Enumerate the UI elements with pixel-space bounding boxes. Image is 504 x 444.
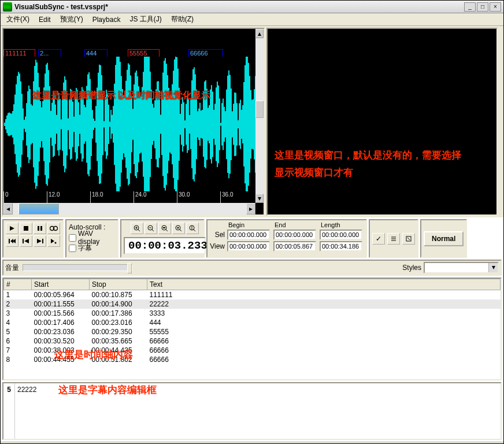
ruler-tick: 18.0: [90, 191, 134, 203]
scroll-up-icon[interactable]: ▴: [255, 29, 264, 38]
sel-begin-field[interactable]: [227, 230, 270, 240]
menu-y[interactable]: 预览(Y): [57, 13, 87, 25]
length-header: Length: [320, 221, 365, 228]
video-annotation-2: 显示视频窗口才有: [275, 165, 353, 180]
svg-line-257: [407, 238, 410, 240]
zoom-out-button[interactable]: [144, 223, 157, 234]
view-begin-field[interactable]: [227, 241, 270, 251]
svg-rect-228: [9, 239, 10, 243]
app-icon: [3, 2, 12, 12]
stop-button[interactable]: [20, 223, 32, 234]
prev-sub-button[interactable]: [6, 235, 18, 247]
scroll-right-icon[interactable]: ▸: [246, 203, 255, 214]
zoom-in-button[interactable]: [131, 223, 143, 234]
menu-x[interactable]: 文件(X): [3, 13, 33, 25]
view-end-field[interactable]: [273, 241, 316, 251]
svg-line-248: [180, 230, 181, 231]
play-selection-button[interactable]: [47, 235, 60, 247]
sel-label: Sel: [209, 231, 226, 239]
editor-annotation: 这里是字幕内容编辑框: [58, 383, 157, 397]
display-options: Auto-scroll : WAV display 字幕: [65, 219, 118, 258]
play-button[interactable]: [6, 223, 18, 234]
normal-mode-button[interactable]: Normal: [424, 231, 464, 246]
loop-button[interactable]: [47, 223, 60, 234]
slider-thumb[interactable]: [127, 263, 132, 273]
svg-rect-231: [23, 239, 24, 243]
menu-z[interactable]: 帮助(Z): [168, 13, 197, 25]
pause-button[interactable]: [34, 223, 46, 234]
col-start[interactable]: Start: [32, 279, 90, 290]
title-bar: VisualSubSync - test.vssprj* _ □ ×: [1, 1, 503, 13]
window-title: VisualSubSync - test.vssprj*: [14, 3, 464, 11]
close-button[interactable]: ×: [490, 2, 501, 12]
begin-header: Begin: [227, 221, 272, 228]
edit-line-number: 5: [3, 383, 15, 439]
waveform-panel[interactable]: 1111112...4445555566666 这里是音频频谱显示 以及时间轴视…: [2, 28, 265, 216]
check-button[interactable]: ✓: [372, 233, 385, 245]
waveform-v-scrollbar[interactable]: ▴ ▾: [255, 29, 264, 203]
scroll-thumb[interactable]: [255, 101, 264, 118]
transport-controls: [2, 219, 64, 258]
menu-bar: 文件(X)Edit预览(Y)PlaybackJS 工具(J)帮助(Z): [1, 13, 503, 26]
video-panel[interactable]: 这里是视频窗口，默认是没有的，需要选择 显示视频窗口才有: [266, 28, 498, 216]
maximize-button[interactable]: □: [477, 2, 488, 12]
status-bar: Line: 1, Column: 1 | Total: 5, Char/s: 1: [1, 442, 503, 444]
table-row[interactable]: 500:00:23.03600:00:29.35055555: [4, 327, 501, 336]
prev-frame-button[interactable]: [20, 235, 32, 247]
sel-length-field[interactable]: [320, 230, 362, 240]
video-annotation-1: 这里是视频窗口，默认是没有的，需要选择: [275, 147, 461, 163]
ruler-tick: 30.0: [177, 191, 220, 203]
svg-line-242: [152, 230, 154, 231]
subtitle-editor: 5 这里是字幕内容编辑框: [2, 382, 502, 440]
zoom-selection-button[interactable]: [158, 223, 171, 234]
sel-end-field[interactable]: [273, 230, 316, 240]
svg-line-238: [138, 230, 140, 231]
list-annotation: 这里是时间轴内容: [54, 348, 133, 361]
table-row[interactable]: 300:00:15.56600:00:17.3863333: [4, 309, 501, 318]
svg-marker-222: [10, 226, 14, 231]
zoom-group: 00:00:03.233: [120, 219, 205, 258]
table-row[interactable]: 400:00:17.40600:00:23.016444: [4, 318, 501, 327]
scroll-left-icon[interactable]: ◂: [3, 203, 13, 214]
subtitle-checkbox[interactable]: [69, 245, 76, 252]
svg-rect-223: [24, 226, 28, 231]
zoom-vertical-button[interactable]: [186, 223, 199, 234]
next-frame-button[interactable]: [34, 235, 46, 247]
minimize-button[interactable]: _: [464, 2, 476, 12]
wav-display-checkbox[interactable]: [69, 234, 76, 242]
col-stop[interactable]: Stop: [90, 279, 147, 290]
svg-marker-232: [24, 239, 29, 243]
styles-dropdown[interactable]: ▾: [424, 262, 499, 273]
zoom-fit-button[interactable]: [172, 223, 185, 234]
waveform-h-scrollbar[interactable]: ◂ ▸: [3, 203, 255, 214]
table-row[interactable]: 100:00:05.96400:00:10.875111111: [4, 290, 501, 300]
waveform-annotation: 这里是音频频谱显示 以及时间轴视觉化显示: [32, 90, 210, 102]
list-button[interactable]: [387, 233, 400, 245]
subtitle-list[interactable]: # Start Stop Text 100:00:05.96400:00:10.…: [2, 278, 502, 380]
col-number[interactable]: #: [4, 279, 32, 290]
svg-point-236: [55, 242, 57, 244]
view-length-field[interactable]: [320, 241, 362, 251]
view-label: View: [209, 242, 226, 250]
ruler-tick: 24.0: [134, 191, 177, 203]
menu-playback[interactable]: Playback: [89, 14, 124, 25]
dropdown-icon[interactable]: ▾: [488, 263, 498, 272]
menu-edit[interactable]: Edit: [35, 14, 54, 25]
table-row[interactable]: 200:00:11.55500:00:14.90022222: [4, 299, 501, 309]
time-ruler[interactable]: 012.018.024.030.036.0: [3, 191, 264, 203]
ruler-tick: 0: [3, 191, 47, 203]
styles-label: Styles: [402, 264, 421, 272]
subtitle-label: 字幕: [78, 243, 92, 253]
svg-rect-234: [42, 239, 43, 243]
col-text[interactable]: Text: [147, 279, 501, 290]
edit-button[interactable]: [402, 233, 415, 245]
svg-marker-235: [51, 239, 54, 243]
scroll-down-icon[interactable]: ▾: [255, 194, 264, 203]
waveform-graphic: [3, 57, 258, 193]
menu-jsj[interactable]: JS 工具(J): [126, 13, 165, 25]
table-row[interactable]: 600:00:30.52000:00:35.66566666: [4, 336, 501, 346]
scroll-thumb[interactable]: [18, 203, 59, 214]
time-display: 00:00:03.233: [124, 237, 206, 254]
volume-slider[interactable]: [23, 264, 132, 271]
svg-point-249: [177, 227, 179, 229]
